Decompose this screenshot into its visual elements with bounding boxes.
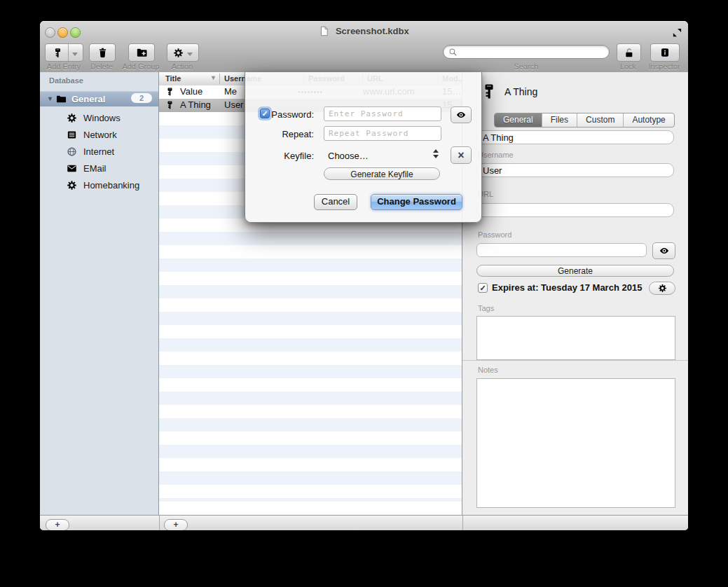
- sidebar-item-windows[interactable]: Windows: [40, 109, 158, 126]
- sidebar-item-homebanking[interactable]: Homebanking: [40, 177, 158, 193]
- tab-autotype[interactable]: Autotype: [624, 113, 673, 127]
- sidebar-item-network[interactable]: Network: [40, 126, 158, 143]
- gear-icon: [173, 48, 184, 58]
- inspector-panel: A Thing General Files Custom Autotype Us…: [462, 72, 688, 515]
- delete-button[interactable]: [89, 43, 116, 62]
- chevron-down-icon: [433, 155, 439, 158]
- cancel-button[interactable]: Cancel: [314, 194, 357, 210]
- notes-label: Notes: [478, 366, 498, 374]
- inspector-icon: [659, 47, 671, 58]
- chevron-down-icon: [187, 46, 193, 59]
- change-password-button[interactable]: Change Password: [371, 194, 462, 210]
- clear-keyfile-button[interactable]: ×: [451, 146, 472, 164]
- expires-label: Expires at: Tuesday 17 March 2015: [492, 282, 642, 293]
- fullscreen-icon[interactable]: [672, 27, 682, 38]
- search-input[interactable]: [443, 45, 610, 59]
- inspector-button[interactable]: [650, 43, 680, 62]
- add-group-label: Add Group: [118, 62, 164, 71]
- key-icon: [165, 100, 174, 110]
- chevron-up-icon: [433, 149, 439, 153]
- eye-icon: [659, 246, 670, 256]
- action-button[interactable]: [167, 43, 199, 62]
- add-group-button[interactable]: [128, 43, 155, 62]
- gear-icon: [67, 113, 77, 123]
- tags-label: Tags: [478, 304, 494, 312]
- tab-custom[interactable]: Custom: [577, 113, 624, 127]
- url-field[interactable]: [476, 203, 674, 217]
- generate-keyfile-button[interactable]: Generate Keyfile: [324, 167, 440, 180]
- add-entry-footer-button[interactable]: +: [164, 519, 188, 530]
- sidebar: Database ▼ General 2 Windows Network Int…: [40, 72, 159, 515]
- notes-field[interactable]: [476, 378, 675, 508]
- username-label: Username: [478, 151, 514, 159]
- column-header-title[interactable]: Title: [165, 74, 181, 83]
- key-icon: [481, 78, 497, 104]
- add-entry-button[interactable]: [45, 43, 83, 62]
- title-toolbar-chrome: Screenshot.kdbx Add Entry Delete Add Gro…: [40, 21, 688, 73]
- password-label: Password: [478, 230, 511, 239]
- change-password-sheet: ✓ Password: Repeat: Keyfile: Choose… × G…: [245, 72, 482, 223]
- sheet-password-input[interactable]: [324, 106, 441, 121]
- section-divider: [462, 360, 688, 361]
- username-field[interactable]: [476, 163, 674, 177]
- disclosure-triangle-icon[interactable]: ▼: [47, 95, 55, 102]
- search-icon: [448, 48, 458, 57]
- chevron-down-icon: [72, 46, 78, 59]
- keyfile-stepper[interactable]: [433, 149, 439, 158]
- action-label: Action: [167, 62, 198, 71]
- keyfile-dropdown[interactable]: Choose…: [328, 151, 369, 161]
- folder-plus-icon: [136, 47, 148, 58]
- sheet-password-label: Password:: [249, 109, 314, 120]
- globe-icon: [67, 146, 77, 157]
- inspector-entry-title: A Thing: [504, 86, 537, 97]
- generate-password-button[interactable]: Generate: [476, 265, 674, 277]
- expires-settings-button[interactable]: [649, 282, 675, 295]
- sheet-reveal-password-button[interactable]: [451, 106, 472, 123]
- sheet-keyfile-label: Keyfile:: [249, 151, 314, 161]
- trash-icon: [97, 47, 108, 58]
- tags-field[interactable]: [476, 316, 675, 360]
- sidebar-item-email[interactable]: EMail: [40, 160, 158, 177]
- sort-indicator-icon: ▼: [210, 74, 217, 81]
- gear-icon: [658, 284, 667, 293]
- lock-open-icon: [624, 47, 635, 59]
- tab-files[interactable]: Files: [542, 113, 577, 127]
- window-title: Screenshot.kdbx: [40, 26, 688, 36]
- inspector-tabs: General Files Custom Autotype: [494, 113, 675, 127]
- add-entry-label: Add Entry: [40, 62, 88, 71]
- sheet-repeat-input[interactable]: [324, 126, 441, 141]
- eye-icon: [455, 110, 467, 120]
- add-group-footer-button[interactable]: +: [46, 519, 69, 530]
- app-window: Screenshot.kdbx Add Entry Delete Add Gro…: [40, 21, 688, 530]
- sidebar-item-internet[interactable]: Internet: [40, 143, 158, 160]
- envelope-icon: [67, 163, 77, 174]
- password-field[interactable]: [476, 243, 647, 257]
- bottom-bar: + +: [40, 515, 688, 530]
- gear-icon: [67, 180, 77, 191]
- expires-checkbox[interactable]: ✓: [478, 283, 488, 293]
- lock-button[interactable]: [617, 43, 641, 62]
- folder-icon: [55, 94, 67, 104]
- server-icon: [67, 130, 77, 140]
- sheet-repeat-label: Repeat:: [249, 129, 314, 139]
- key-icon: [53, 48, 63, 58]
- entry-count-badge: 2: [131, 93, 152, 103]
- delete-label: Delete: [88, 62, 116, 71]
- sidebar-section-header: Database: [49, 76, 83, 85]
- tab-general[interactable]: General: [495, 113, 542, 127]
- reveal-password-button[interactable]: [652, 242, 675, 259]
- inspector-label: Inspector: [640, 62, 688, 71]
- key-icon: [165, 87, 174, 97]
- sidebar-item-general[interactable]: ▼ General 2: [40, 91, 158, 106]
- group-label: General: [71, 94, 105, 104]
- title-field[interactable]: [476, 130, 674, 144]
- document-icon: [319, 26, 329, 36]
- search-label: Search: [443, 62, 610, 71]
